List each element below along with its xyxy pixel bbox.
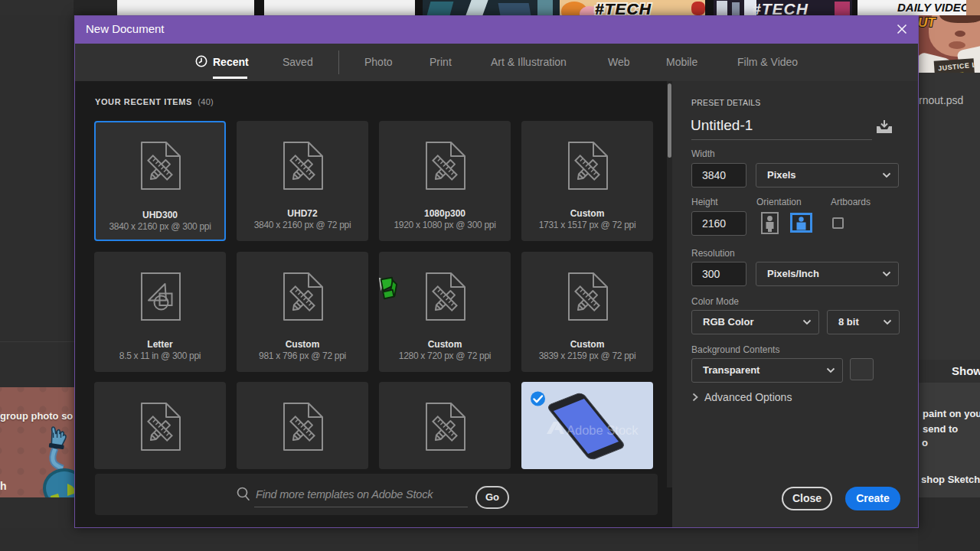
svg-text:Adobe Stock: Adobe Stock [567,423,639,437]
